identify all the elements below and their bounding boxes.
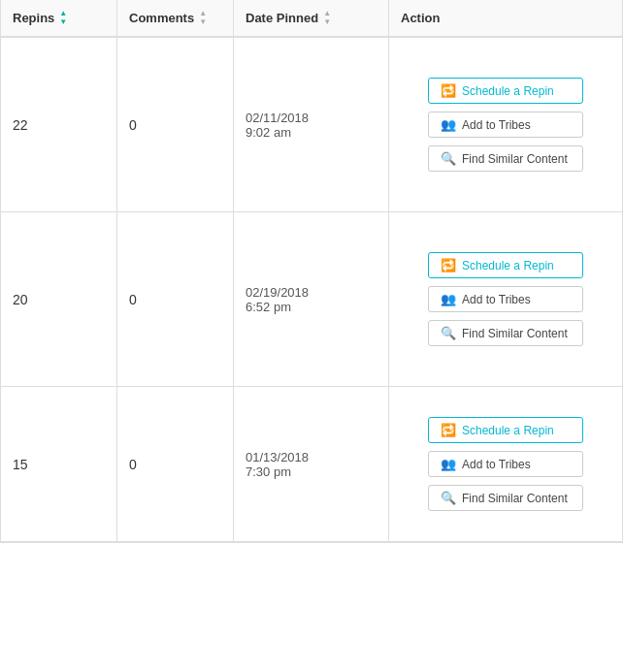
sort-arrow-down: ▼ [59, 18, 67, 26]
date-value-1: 02/11/2018 [246, 111, 309, 125]
cell-date-3: 01/13/2018 7:30 pm [234, 387, 389, 541]
sort-arrow-up-date: ▲ [323, 10, 331, 17]
sort-arrow-down-comments: ▼ [199, 18, 207, 26]
add-to-tribes-button-2[interactable]: 👥 Add to Tribes [428, 286, 583, 312]
tribes-icon-1: 👥 [441, 117, 456, 132]
header-date-label: Date Pinned [246, 11, 318, 25]
time-value-2: 6:52 pm [246, 300, 309, 314]
similar-icon-1: 🔍 [441, 151, 456, 166]
schedule-label-3: Schedule a Repin [462, 424, 554, 437]
time-value-1: 9:02 am [246, 125, 309, 140]
comments-value-2: 0 [129, 292, 137, 307]
similar-icon-2: 🔍 [441, 326, 456, 340]
find-similar-button-2[interactable]: 🔍 Find Similar Content [428, 320, 583, 346]
date-value-2: 02/19/2018 [246, 285, 309, 300]
cell-repins-1: 22 [1, 38, 117, 211]
schedule-repin-button-1[interactable]: 🔁 Schedule a Repin [428, 78, 583, 104]
header-repins[interactable]: Repins ▲ ▼ [1, 0, 117, 36]
cell-date-2: 02/19/2018 6:52 pm [234, 212, 389, 386]
header-comments-label: Comments [129, 11, 194, 25]
sort-arrow-down-date: ▼ [323, 18, 331, 26]
comments-value-1: 0 [129, 117, 137, 133]
cell-comments-3: 0 [117, 387, 234, 541]
header-comments[interactable]: Comments ▲ ▼ [117, 0, 234, 36]
find-similar-button-3[interactable]: 🔍 Find Similar Content [428, 485, 583, 511]
repin-icon-1: 🔁 [441, 83, 456, 98]
schedule-label-2: Schedule a Repin [462, 259, 554, 272]
similar-icon-3: 🔍 [441, 491, 456, 505]
sort-arrow-up-comments: ▲ [199, 10, 207, 17]
cell-comments-2: 0 [117, 212, 234, 386]
cell-repins-2: 20 [1, 212, 117, 386]
time-value-3: 7:30 pm [246, 464, 309, 479]
cell-action-2: 🔁 Schedule a Repin 👥 Add to Tribes 🔍 Fin… [389, 212, 622, 386]
tribes-label-2: Add to Tribes [462, 293, 531, 306]
header-action-label: Action [401, 11, 440, 25]
comments-value-3: 0 [129, 457, 137, 472]
comments-sort-arrows: ▲ ▼ [199, 10, 207, 26]
date-value-3: 01/13/2018 [246, 450, 309, 464]
table-row: 20 0 02/19/2018 6:52 pm 🔁 Schedule a Rep… [1, 212, 622, 387]
repins-sort-arrows: ▲ ▼ [59, 10, 67, 26]
schedule-repin-button-2[interactable]: 🔁 Schedule a Repin [428, 252, 583, 278]
tribes-icon-2: 👥 [441, 292, 456, 306]
header-action: Action [389, 0, 622, 36]
table-header: Repins ▲ ▼ Comments ▲ ▼ Date Pinned ▲ ▼ … [1, 0, 622, 38]
date-time-1: 02/11/2018 9:02 am [246, 111, 309, 140]
repins-value-2: 20 [13, 292, 28, 307]
header-date[interactable]: Date Pinned ▲ ▼ [234, 0, 389, 36]
tribes-icon-3: 👥 [441, 457, 456, 471]
similar-label-2: Find Similar Content [462, 327, 568, 340]
schedule-label-1: Schedule a Repin [462, 84, 554, 98]
table-row: 15 0 01/13/2018 7:30 pm 🔁 Schedule a Rep… [1, 387, 622, 542]
tribes-label-1: Add to Tribes [462, 118, 531, 132]
repins-value-3: 15 [13, 457, 28, 472]
cell-repins-3: 15 [1, 387, 117, 541]
cell-date-1: 02/11/2018 9:02 am [234, 38, 389, 211]
date-time-3: 01/13/2018 7:30 pm [246, 450, 309, 479]
table-row: 22 0 02/11/2018 9:02 am 🔁 Schedule a Rep… [1, 38, 622, 212]
repin-icon-3: 🔁 [441, 423, 456, 437]
add-to-tribes-button-3[interactable]: 👥 Add to Tribes [428, 451, 583, 477]
date-sort-arrows: ▲ ▼ [323, 10, 331, 26]
similar-label-3: Find Similar Content [462, 492, 568, 505]
add-to-tribes-button-1[interactable]: 👥 Add to Tribes [428, 112, 583, 138]
repin-icon-2: 🔁 [441, 258, 456, 272]
date-time-2: 02/19/2018 6:52 pm [246, 285, 309, 314]
cell-comments-1: 0 [117, 38, 234, 211]
header-repins-label: Repins [13, 11, 54, 25]
data-table: Repins ▲ ▼ Comments ▲ ▼ Date Pinned ▲ ▼ … [0, 0, 623, 543]
schedule-repin-button-3[interactable]: 🔁 Schedule a Repin [428, 417, 583, 443]
repins-value-1: 22 [13, 117, 28, 133]
cell-action-3: 🔁 Schedule a Repin 👥 Add to Tribes 🔍 Fin… [389, 387, 622, 541]
tribes-label-3: Add to Tribes [462, 458, 531, 471]
sort-arrow-up: ▲ [59, 10, 67, 17]
cell-action-1: 🔁 Schedule a Repin 👥 Add to Tribes 🔍 Fin… [389, 38, 622, 211]
find-similar-button-1[interactable]: 🔍 Find Similar Content [428, 145, 583, 172]
similar-label-1: Find Similar Content [462, 152, 568, 166]
